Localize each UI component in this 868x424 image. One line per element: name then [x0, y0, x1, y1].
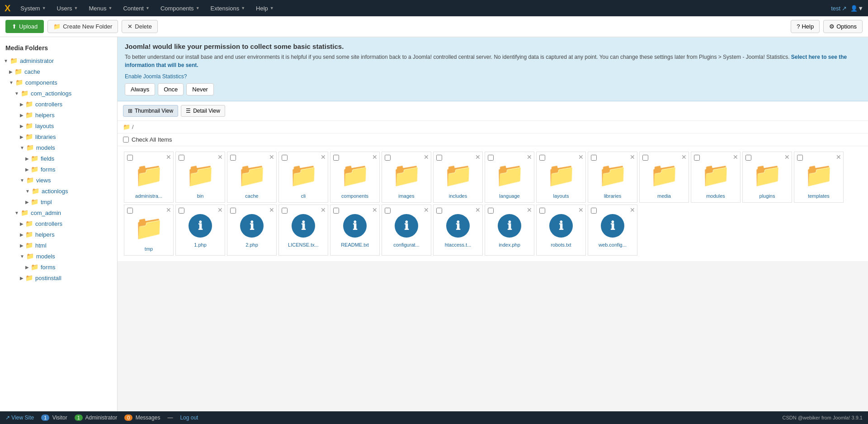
- sidebar-item-com-actionlogs[interactable]: ▼ 📁 com_actionlogs: [0, 88, 117, 99]
- item-delete-icon[interactable]: ✕: [166, 207, 171, 213]
- nav-users[interactable]: Users ▼: [52, 3, 83, 14]
- sidebar-item-models[interactable]: ▼ 📁 models: [0, 142, 117, 153]
- item-delete-icon[interactable]: ✕: [424, 154, 429, 160]
- sidebar-item-models2[interactable]: ▼ 📁 models: [0, 251, 117, 262]
- thumbnail-view-button[interactable]: ⊞ Thumbnail View: [123, 105, 178, 117]
- item-delete-icon[interactable]: ✕: [217, 154, 223, 160]
- nav-components[interactable]: Components ▼: [156, 3, 204, 14]
- user-link[interactable]: test ↗: [831, 5, 847, 12]
- nav-help[interactable]: Help ▼: [251, 3, 278, 14]
- item-label[interactable]: cli: [299, 191, 307, 202]
- item-checkbox[interactable]: [436, 155, 442, 161]
- item-checkbox[interactable]: [385, 155, 391, 161]
- sidebar-item-com-admin[interactable]: ▼ 📁 com_admin: [0, 207, 117, 218]
- sidebar-item-helpers2[interactable]: ▶ 📁 helpers: [0, 229, 117, 240]
- item-label[interactable]: tmp: [143, 244, 155, 255]
- item-checkbox[interactable]: [179, 155, 184, 161]
- item-checkbox[interactable]: [488, 208, 494, 214]
- item-checkbox[interactable]: [694, 155, 700, 161]
- btn-never[interactable]: Never: [186, 83, 214, 95]
- item-label[interactable]: web.config...: [597, 240, 628, 251]
- item-label[interactable]: 1.php: [192, 240, 208, 251]
- item-checkbox[interactable]: [179, 208, 184, 214]
- item-delete-icon[interactable]: ✕: [321, 207, 326, 213]
- item-delete-icon[interactable]: ✕: [475, 207, 481, 213]
- sidebar-item-views[interactable]: ▼ 📁 views: [0, 175, 117, 186]
- item-delete-icon[interactable]: ✕: [733, 154, 738, 160]
- item-label[interactable]: htaccess.t...: [443, 240, 473, 251]
- item-label[interactable]: templates: [806, 191, 831, 202]
- item-delete-icon[interactable]: ✕: [578, 207, 584, 213]
- item-label[interactable]: layouts: [552, 191, 571, 202]
- sidebar-item-components[interactable]: ▼ 📁 components: [0, 77, 117, 88]
- nav-content[interactable]: Content ▼: [118, 3, 154, 14]
- help-button[interactable]: ? Help: [791, 20, 820, 33]
- sidebar-item-administrator[interactable]: ▼ 📁 administrator: [0, 55, 117, 66]
- item-label[interactable]: administra...: [133, 191, 164, 202]
- item-delete-icon[interactable]: ✕: [321, 154, 326, 160]
- check-all-label[interactable]: Check All Items: [123, 136, 863, 143]
- sidebar-item-controllers2[interactable]: ▶ 📁 controllers: [0, 218, 117, 229]
- detail-view-button[interactable]: ☰ Detail View: [181, 105, 225, 117]
- item-label[interactable]: images: [396, 191, 416, 202]
- item-delete-icon[interactable]: ✕: [836, 154, 841, 160]
- item-checkbox[interactable]: [230, 208, 236, 214]
- sidebar-item-forms[interactable]: ▶ 📁 forms: [0, 164, 117, 175]
- item-checkbox[interactable]: [333, 155, 339, 161]
- item-label[interactable]: robots.txt: [549, 240, 573, 251]
- item-delete-icon[interactable]: ✕: [784, 154, 790, 160]
- item-checkbox[interactable]: [282, 155, 288, 161]
- sidebar-item-controllers[interactable]: ▶ 📁 controllers: [0, 99, 117, 110]
- item-label[interactable]: cache: [243, 191, 260, 202]
- item-delete-icon[interactable]: ✕: [681, 154, 687, 160]
- item-label[interactable]: components: [340, 191, 370, 202]
- nav-menus[interactable]: Menus ▼: [84, 3, 117, 14]
- item-label[interactable]: plugins: [758, 191, 777, 202]
- item-label[interactable]: libraries: [602, 191, 623, 202]
- options-button[interactable]: ⚙ Options: [823, 20, 863, 33]
- item-delete-icon[interactable]: ✕: [630, 154, 635, 160]
- item-checkbox[interactable]: [642, 155, 648, 161]
- nav-system[interactable]: System ▼: [16, 3, 50, 14]
- item-checkbox[interactable]: [436, 208, 442, 214]
- item-label[interactable]: configurat...: [392, 240, 421, 251]
- item-checkbox[interactable]: [591, 208, 597, 214]
- item-checkbox[interactable]: [488, 155, 494, 161]
- item-label[interactable]: index.php: [497, 240, 522, 251]
- item-checkbox[interactable]: [230, 155, 236, 161]
- create-folder-button[interactable]: 📁 Create New Folder: [47, 20, 118, 33]
- item-delete-icon[interactable]: ✕: [578, 154, 584, 160]
- item-delete-icon[interactable]: ✕: [630, 207, 635, 213]
- sidebar-item-libraries[interactable]: ▶ 📁 libraries: [0, 131, 117, 142]
- item-checkbox[interactable]: [539, 208, 545, 214]
- item-checkbox[interactable]: [797, 155, 803, 161]
- item-label[interactable]: media: [656, 191, 673, 202]
- item-label[interactable]: modules: [704, 191, 727, 202]
- check-all-checkbox[interactable]: [123, 137, 129, 143]
- item-delete-icon[interactable]: ✕: [217, 207, 223, 213]
- item-delete-icon[interactable]: ✕: [527, 207, 532, 213]
- item-checkbox[interactable]: [539, 155, 545, 161]
- sidebar-item-fields[interactable]: ▶ 📁 fields: [0, 153, 117, 164]
- item-checkbox[interactable]: [385, 208, 391, 214]
- sidebar-item-layouts[interactable]: ▶ 📁 layouts: [0, 120, 117, 131]
- item-delete-icon[interactable]: ✕: [372, 154, 377, 160]
- item-delete-icon[interactable]: ✕: [372, 207, 377, 213]
- btn-once[interactable]: Once: [158, 83, 184, 95]
- item-delete-icon[interactable]: ✕: [475, 154, 481, 160]
- item-label[interactable]: language: [497, 191, 521, 202]
- sidebar-item-html[interactable]: ▶ 📁 html: [0, 240, 117, 251]
- item-checkbox[interactable]: [745, 155, 751, 161]
- item-label[interactable]: LICENSE.tx...: [286, 240, 321, 251]
- sidebar-item-tmpl[interactable]: ▶ 📁 tmpl: [0, 196, 117, 207]
- sidebar-item-forms2[interactable]: ▶ 📁 forms: [0, 262, 117, 272]
- item-delete-icon[interactable]: ✕: [527, 154, 532, 160]
- sidebar-item-actionlogs[interactable]: ▼ 📁 actionlogs: [0, 186, 117, 196]
- sidebar-item-postinstall[interactable]: ▶ 📁 postinstall: [0, 272, 117, 283]
- upload-button[interactable]: ⬆ Upload: [5, 20, 44, 33]
- btn-always[interactable]: Always: [125, 83, 155, 95]
- nav-extensions[interactable]: Extensions ▼: [206, 3, 250, 14]
- item-checkbox[interactable]: [127, 208, 133, 214]
- item-delete-icon[interactable]: ✕: [269, 154, 274, 160]
- item-label[interactable]: README.txt: [339, 240, 371, 251]
